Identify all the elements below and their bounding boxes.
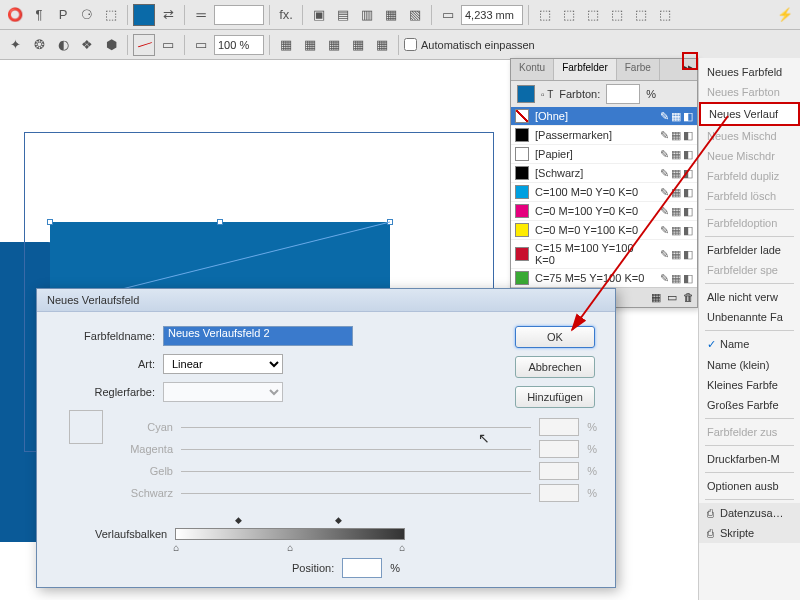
swatch-row[interactable]: C=0 M=100 Y=0 K=0✎▦◧ bbox=[511, 202, 697, 221]
tab-color[interactable]: Farbe bbox=[617, 59, 660, 80]
annotation-panel-menu bbox=[682, 52, 698, 70]
new-folder-icon[interactable]: ▭ bbox=[667, 291, 677, 304]
t3-icon[interactable]: ◐ bbox=[52, 34, 74, 56]
wrap4-icon[interactable]: ▦ bbox=[380, 4, 402, 26]
frame-icon[interactable]: ▭ bbox=[437, 4, 459, 26]
anchor-icon[interactable]: ⭕ bbox=[4, 4, 26, 26]
swatch-row[interactable]: [Passermarken]✎▦◧ bbox=[511, 126, 697, 145]
swatch-row[interactable]: [Schwarz]✎▦◧ bbox=[511, 164, 697, 183]
swatch-list[interactable]: [Ohne]✎▦◧[Passermarken]✎▦◧[Papier]✎▦◧[Sc… bbox=[511, 107, 697, 287]
fit4-icon[interactable]: ⬚ bbox=[606, 4, 628, 26]
hierarchy-icon[interactable]: ⚆ bbox=[76, 4, 98, 26]
menu-item[interactable]: Unbenannte Fa bbox=[699, 307, 800, 327]
menu-item: Farbfelder zus bbox=[699, 422, 800, 442]
none-stroke-icon[interactable]: ╱ bbox=[133, 34, 155, 56]
fit3-icon[interactable]: ⬚ bbox=[582, 4, 604, 26]
fillstroke-toggle-icon[interactable]: ▫ T bbox=[541, 89, 553, 100]
wrap2-icon[interactable]: ▤ bbox=[332, 4, 354, 26]
name-input[interactable]: Neues Verlaufsfeld 2 bbox=[163, 326, 353, 346]
autofit-checkbox[interactable]: Automatisch einpassen bbox=[404, 38, 535, 51]
tab-stroke[interactable]: Kontu bbox=[511, 59, 554, 80]
swap-icon[interactable]: ⇄ bbox=[157, 4, 179, 26]
gradient-stop[interactable]: ⌂ bbox=[399, 542, 405, 553]
swatch-row[interactable]: [Papier]✎▦◧ bbox=[511, 145, 697, 164]
fit2-icon[interactable]: ⬚ bbox=[558, 4, 580, 26]
fit5-icon[interactable]: ⬚ bbox=[630, 4, 652, 26]
struct-icon[interactable]: ⬚ bbox=[100, 4, 122, 26]
dialog-title: Neues Verlaufsfeld bbox=[37, 289, 615, 312]
menu-item[interactable]: Neues Verlauf bbox=[699, 102, 800, 126]
menu-item[interactable]: ⎙Skripte bbox=[699, 523, 800, 543]
t8-icon[interactable]: ▭ bbox=[190, 34, 212, 56]
stroke-field[interactable] bbox=[214, 5, 264, 25]
swatch-row[interactable]: C=0 M=0 Y=100 K=0✎▦◧ bbox=[511, 221, 697, 240]
flash-icon[interactable]: ⚡ bbox=[774, 4, 796, 26]
para-icon[interactable]: ¶ bbox=[28, 4, 50, 26]
swatch-name: [Schwarz] bbox=[535, 167, 583, 179]
t13-icon[interactable]: ▦ bbox=[371, 34, 393, 56]
fit6-icon[interactable]: ⬚ bbox=[654, 4, 676, 26]
swatch-row[interactable]: C=15 M=100 Y=100 K=0✎▦◧ bbox=[511, 240, 697, 269]
menu-item: Neues Mischd bbox=[699, 126, 800, 146]
wrap5-icon[interactable]: ▧ bbox=[404, 4, 426, 26]
menu-item[interactable]: Großes Farbfe bbox=[699, 395, 800, 415]
new-swatch-icon[interactable]: ▦ bbox=[651, 291, 661, 304]
t12-icon[interactable]: ▦ bbox=[347, 34, 369, 56]
menu-item: Neues Farbton bbox=[699, 82, 800, 102]
swatch-row[interactable]: C=75 M=5 Y=100 K=0✎▦◧ bbox=[511, 269, 697, 287]
tint-input[interactable] bbox=[606, 84, 640, 104]
cancel-button[interactable]: Abbrechen bbox=[515, 356, 595, 378]
channel-input[interactable] bbox=[539, 484, 579, 502]
menu-item[interactable]: ⎙Datenzusa… bbox=[699, 503, 800, 523]
opacity-field[interactable]: 100 % bbox=[214, 35, 264, 55]
gradient-ramp[interactable] bbox=[175, 528, 405, 540]
menu-item[interactable]: ✓Name bbox=[699, 334, 800, 355]
swatch-name: C=0 M=100 Y=0 K=0 bbox=[535, 205, 638, 217]
stopcolor-select[interactable] bbox=[163, 382, 283, 402]
t9-icon[interactable]: ▦ bbox=[275, 34, 297, 56]
menu-item[interactable]: Neues Farbfeld bbox=[699, 62, 800, 82]
panel-flyout-menu: Neues FarbfeldNeues FarbtonNeues Verlauf… bbox=[698, 58, 800, 600]
channel-input[interactable] bbox=[539, 418, 579, 436]
t2-icon[interactable]: ❂ bbox=[28, 34, 50, 56]
ok-button[interactable]: OK bbox=[515, 326, 595, 348]
menu-item[interactable]: Druckfarben-M bbox=[699, 449, 800, 469]
gradient-stop[interactable]: ⌂ bbox=[173, 542, 179, 553]
trash-icon[interactable]: 🗑 bbox=[683, 291, 694, 304]
t5-icon[interactable]: ⬢ bbox=[100, 34, 122, 56]
menu-item[interactable]: Name (klein) bbox=[699, 355, 800, 375]
t4-icon[interactable]: ❖ bbox=[76, 34, 98, 56]
t1-icon[interactable]: ✦ bbox=[4, 34, 26, 56]
menu-item: Farbfeld dupliz bbox=[699, 166, 800, 186]
position-input[interactable] bbox=[342, 558, 382, 578]
t11-icon[interactable]: ▦ bbox=[323, 34, 345, 56]
fx-icon[interactable]: fx. bbox=[275, 4, 297, 26]
t7-icon[interactable]: ▭ bbox=[157, 34, 179, 56]
t10-icon[interactable]: ▦ bbox=[299, 34, 321, 56]
add-button[interactable]: Hinzufügen bbox=[515, 386, 595, 408]
toolbar-row-1: ⭕ ¶ P ⚆ ⬚ ⇄ ═ fx. ▣ ▤ ▥ ▦ ▧ ▭ 4,233 mm ⬚… bbox=[0, 0, 800, 30]
menu-item[interactable]: Kleines Farbfe bbox=[699, 375, 800, 395]
wrap1-icon[interactable]: ▣ bbox=[308, 4, 330, 26]
channel-input[interactable] bbox=[539, 462, 579, 480]
char-icon[interactable]: P bbox=[52, 4, 74, 26]
stroke-weight-icon[interactable]: ═ bbox=[190, 4, 212, 26]
swatch-row[interactable]: C=100 M=0 Y=0 K=0✎▦◧ bbox=[511, 183, 697, 202]
autofit-label: Automatisch einpassen bbox=[421, 39, 535, 51]
menu-item: Farbfelder spe bbox=[699, 260, 800, 280]
menu-item[interactable]: Alle nicht verw bbox=[699, 287, 800, 307]
tab-swatches[interactable]: Farbfelder bbox=[554, 59, 617, 80]
menu-item[interactable]: Farbfelder lade bbox=[699, 240, 800, 260]
swatch-name: C=0 M=0 Y=100 K=0 bbox=[535, 224, 638, 236]
swatch-name: C=100 M=0 Y=0 K=0 bbox=[535, 186, 638, 198]
swatch-row[interactable]: [Ohne]✎▦◧ bbox=[511, 107, 697, 126]
type-select[interactable]: Linear bbox=[163, 354, 283, 374]
channel-input[interactable] bbox=[539, 440, 579, 458]
measure-field[interactable]: 4,233 mm bbox=[461, 5, 523, 25]
fill-color[interactable] bbox=[133, 4, 155, 26]
wrap3-icon[interactable]: ▥ bbox=[356, 4, 378, 26]
gradient-stop[interactable]: ⌂ bbox=[287, 542, 293, 553]
fill-proxy-icon[interactable] bbox=[517, 85, 535, 103]
menu-item[interactable]: Optionen ausb bbox=[699, 476, 800, 496]
fit1-icon[interactable]: ⬚ bbox=[534, 4, 556, 26]
